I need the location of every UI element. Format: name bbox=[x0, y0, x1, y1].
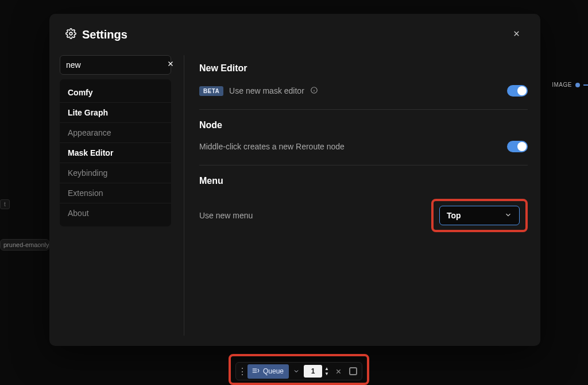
drag-handle-icon[interactable]: ⋮ bbox=[238, 366, 246, 377]
close-icon bbox=[167, 60, 175, 70]
search-clear-button[interactable] bbox=[167, 60, 175, 70]
chevron-down-icon[interactable]: ▼ bbox=[324, 372, 329, 376]
highlight-box-toolbar: ⋮ Queue 1 ▲ ▼ bbox=[229, 354, 369, 385]
row-left: BETA Use new mask editor bbox=[199, 86, 318, 96]
toggle-knob bbox=[517, 86, 527, 95]
row-use-new-menu: Use new menu Top bbox=[199, 195, 528, 236]
modal-title: Settings bbox=[82, 28, 127, 41]
row-desc: Use new mask editor bbox=[229, 86, 304, 95]
section-title-menu: Menu bbox=[199, 176, 528, 186]
toggle-knob bbox=[517, 142, 527, 151]
section-title-node: Node bbox=[199, 120, 528, 130]
bg-port-image: IMAGE bbox=[547, 79, 588, 90]
queue-dropdown[interactable] bbox=[290, 368, 303, 375]
port-dot-icon bbox=[575, 83, 580, 87]
beta-badge: BETA bbox=[199, 86, 223, 96]
sidebar-item-comfy[interactable]: Comfy bbox=[60, 83, 171, 103]
dropdown-value: Top bbox=[447, 211, 461, 220]
sidebar-item-lite-graph[interactable]: Lite Graph bbox=[60, 103, 171, 123]
toggle-new-mask-editor[interactable] bbox=[507, 85, 528, 97]
highlight-box-dropdown: Top bbox=[431, 199, 528, 232]
stop-button[interactable] bbox=[349, 367, 357, 375]
sidebar-item-appearance[interactable]: Appearance bbox=[60, 123, 171, 143]
gear-icon bbox=[65, 28, 76, 41]
divider bbox=[184, 55, 184, 336]
settings-modal: Settings Comfy Lite Graph Appearance bbox=[49, 14, 540, 346]
settings-main: New Editor BETA Use new mask editor Node… bbox=[197, 55, 530, 336]
port-line-icon bbox=[583, 84, 588, 86]
close-icon bbox=[512, 29, 521, 40]
svg-point-0 bbox=[69, 32, 72, 35]
row-label: Use new menu bbox=[199, 211, 253, 220]
sidebar-item-mask-editor[interactable]: Mask Editor bbox=[60, 143, 171, 163]
cancel-button[interactable] bbox=[331, 368, 346, 375]
title-wrap: Settings bbox=[65, 28, 127, 41]
row-desc: Middle-click creates a new Reroute node bbox=[199, 142, 345, 151]
toggle-reroute[interactable] bbox=[507, 141, 528, 152]
chevron-down-icon bbox=[504, 211, 512, 221]
section-title-new-editor: New Editor bbox=[199, 63, 528, 74]
close-button[interactable] bbox=[508, 26, 524, 43]
row-reroute-node: Middle-click creates a new Reroute node bbox=[199, 140, 528, 165]
queue-button[interactable]: Queue bbox=[247, 364, 289, 379]
modal-body: Comfy Lite Graph Appearance Mask Editor … bbox=[49, 55, 540, 346]
category-list: Comfy Lite Graph Appearance Mask Editor … bbox=[60, 79, 171, 226]
row-new-mask-editor: BETA Use new mask editor bbox=[199, 83, 528, 110]
queue-count[interactable]: 1 bbox=[304, 365, 322, 378]
bg-node-file: pruned-emaonly-fp bbox=[0, 239, 49, 251]
queue-label: Queue bbox=[263, 367, 284, 375]
bottom-toolbar: ⋮ Queue 1 ▲ ▼ bbox=[235, 362, 362, 380]
count-stepper[interactable]: ▲ ▼ bbox=[323, 367, 330, 376]
info-icon[interactable] bbox=[310, 86, 318, 96]
sidebar-item-about[interactable]: About bbox=[60, 203, 171, 223]
settings-sidebar: Comfy Lite Graph Appearance Mask Editor … bbox=[60, 55, 171, 336]
search-input[interactable] bbox=[66, 60, 167, 70]
bg-node-label: t bbox=[0, 199, 10, 209]
chevron-up-icon[interactable]: ▲ bbox=[324, 367, 329, 371]
search-wrap[interactable] bbox=[60, 55, 171, 75]
dropdown-new-menu[interactable]: Top bbox=[439, 206, 520, 225]
queue-icon bbox=[252, 367, 260, 376]
sidebar-item-extension[interactable]: Extension bbox=[60, 183, 171, 203]
bg-port-image-label: IMAGE bbox=[552, 82, 572, 88]
modal-header: Settings bbox=[49, 14, 540, 55]
sidebar-item-keybinding[interactable]: Keybinding bbox=[60, 163, 171, 183]
